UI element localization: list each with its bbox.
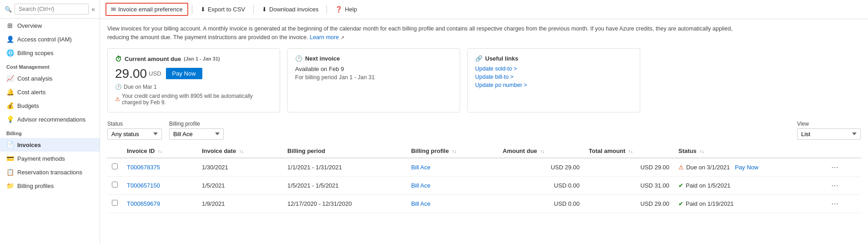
sort-total-amount-icon[interactable]: ↑↓ — [628, 149, 633, 154]
status-filter-group: Status Any statusDuePaidVoid — [107, 121, 162, 140]
col-actions — [824, 144, 861, 158]
useful-links-title: 🔗 Useful links — [475, 55, 632, 62]
view-filter-group: View ListTiles — [797, 121, 861, 140]
sidebar-item-cost-analysis[interactable]: 📈 Cost analysis — [0, 71, 100, 85]
sidebar-item-label: Payment methods — [17, 155, 65, 162]
col-total-amount: Total amount ↑↓ — [584, 144, 674, 158]
section-label-billing: Billing — [0, 126, 100, 138]
budget-icon: 💰 — [6, 102, 14, 109]
more-actions-button-0[interactable]: ⋯ — [828, 162, 841, 173]
invoice-id-link-2[interactable]: T000659679 — [127, 200, 160, 207]
export-csv-button[interactable]: ⬇ Export to CSV — [196, 4, 250, 15]
learn-more-link[interactable]: Learn more — [310, 34, 339, 41]
amount-currency: USD — [149, 70, 161, 77]
success-status-icon: ✔ — [678, 182, 683, 189]
help-icon: ❓ — [335, 6, 342, 13]
sidebar-item-invoices[interactable]: 📄 Invoices — [0, 138, 100, 152]
globe-icon: 🌐 — [6, 49, 14, 56]
person-icon: 👤 — [6, 36, 14, 43]
col-checkbox — [107, 144, 122, 158]
view-filter-label: View — [797, 121, 861, 127]
sort-amount-due-icon[interactable]: ↑↓ — [540, 149, 545, 154]
sidebar-item-label: Reservation transactions — [17, 169, 82, 176]
search-input[interactable] — [15, 4, 89, 15]
current-amount-title: ⏱ Current amount due (Jan 1 - Jan 31) — [115, 55, 272, 63]
billing-profiles-icon: 📁 — [6, 182, 14, 189]
update-sold-to-link[interactable]: Update sold-to > — [475, 66, 632, 72]
sidebar-item-overview[interactable]: ⊞ Overview — [0, 19, 100, 32]
sidebar-item-billing-scopes[interactable]: 🌐 Billing scopes — [0, 46, 100, 60]
invoice-id-link-0[interactable]: T000678375 — [127, 164, 160, 171]
sidebar-item-budgets[interactable]: 💰 Budgets — [0, 99, 100, 112]
total-amount-1: USD 31.00 — [584, 176, 674, 194]
col-status: Status ↑↓ — [674, 144, 824, 158]
search-icon: 🔍 — [5, 6, 12, 13]
row-checkbox-1[interactable] — [112, 182, 118, 188]
invoices-table: Invoice ID ↑↓ Invoice date ↑↓ Billing pe… — [107, 144, 861, 213]
row-checkbox-0[interactable] — [112, 163, 118, 169]
more-actions-button-2[interactable]: ⋯ — [828, 198, 841, 209]
email-icon: ✉ — [111, 6, 116, 13]
billing-profile-link-1[interactable]: Bill Ace — [411, 182, 431, 189]
due-info: 🕐 Due on Mar 1 — [115, 84, 272, 90]
billing-profile-filter-select[interactable]: Bill Ace — [169, 128, 224, 140]
sidebar-item-payment-methods[interactable]: 💳 Payment methods — [0, 152, 100, 165]
invoices-table-container: Invoice ID ↑↓ Invoice date ↑↓ Billing pe… — [107, 144, 861, 213]
export-icon: ⬇ — [201, 6, 206, 13]
table-row: T0006783751/30/20211/1/2021 - 1/31/2021B… — [107, 158, 861, 177]
toolbar-divider-3 — [326, 5, 327, 14]
next-invoice-period: For billing period Jan 1 - Jan 31 — [295, 74, 452, 81]
row-checkbox-2[interactable] — [112, 200, 118, 206]
sort-billing-profile-icon[interactable]: ↑↓ — [452, 149, 457, 154]
toolbar-divider-2 — [253, 5, 254, 14]
invoice-email-preference-button[interactable]: ✉ Invoice email preference — [105, 3, 188, 16]
bell-icon: 🔔 — [6, 88, 14, 96]
sidebar-item-advisor-recommendations[interactable]: 💡 Advisor recommendations — [0, 112, 100, 126]
sidebar-item-reservation-transactions[interactable]: 📋 Reservation transactions — [0, 165, 100, 179]
toolbar: ✉ Invoice email preference ⬇ Export to C… — [100, 0, 868, 19]
download-invoices-button[interactable]: ⬇ Download invoices — [257, 4, 323, 15]
status-cell-2: ✔Paid on 1/19/2021 — [674, 194, 824, 213]
sidebar-item-billing-profiles[interactable]: 📁 Billing profiles — [0, 179, 100, 193]
invoice-id-link-1[interactable]: T000657150 — [127, 182, 160, 189]
invoice-date-2: 1/9/2021 — [197, 194, 283, 213]
billing-profile-link-2[interactable]: Bill Ace — [411, 200, 431, 207]
status-text-2: Paid on 1/19/2021 — [686, 200, 734, 207]
overview-icon: ⊞ — [6, 22, 14, 29]
pay-now-link-0[interactable]: Pay Now — [735, 164, 758, 171]
external-link-icon: ↗ — [341, 35, 344, 40]
useful-links-card: 🔗 Useful links Update sold-to > Update b… — [467, 48, 640, 112]
sort-invoice-date-icon[interactable]: ↑↓ — [239, 149, 244, 154]
sidebar-item-label: Cost alerts — [17, 89, 45, 96]
sidebar-item-access-control[interactable]: 👤 Access control (IAM) — [0, 32, 100, 46]
next-invoice-available: Available on Feb 9 — [295, 66, 452, 72]
more-actions-button-1[interactable]: ⋯ — [828, 180, 841, 191]
update-po-number-link[interactable]: Update po number > — [475, 82, 632, 88]
sidebar-item-label: Billing scopes — [17, 50, 54, 56]
status-cell-0: ⚠Due on 3/1/2021Pay Now — [674, 158, 824, 177]
sidebar-item-cost-alerts[interactable]: 🔔 Cost alerts — [0, 85, 100, 99]
sort-status-icon[interactable]: ↑↓ — [699, 149, 704, 154]
filters-row: Status Any statusDuePaidVoid Billing pro… — [107, 121, 861, 140]
col-invoice-date: Invoice date ↑↓ — [197, 144, 283, 158]
view-filter-select[interactable]: ListTiles — [797, 128, 861, 140]
page-content: View invoices for your billing account. … — [100, 19, 868, 244]
status-cell-1: ✔Paid on 1/5/2021 — [674, 176, 824, 194]
collapse-sidebar-button[interactable]: « — [91, 5, 95, 13]
total-amount-0: USD 29.00 — [584, 158, 674, 177]
amount-value: 29.00 — [115, 66, 147, 81]
warning-text: ⚠ Your credit card ending with 8905 will… — [115, 93, 272, 106]
pay-now-button[interactable]: Pay Now — [166, 68, 202, 79]
warning-status-icon: ⚠ — [678, 164, 684, 171]
status-filter-select[interactable]: Any statusDuePaidVoid — [107, 128, 162, 140]
amount-due-0: USD 29.00 — [498, 158, 584, 177]
col-billing-profile: Billing profile ↑↓ — [406, 144, 498, 158]
help-button[interactable]: ❓ Help — [331, 4, 361, 15]
billing-profile-link-0[interactable]: Bill Ace — [411, 164, 431, 171]
update-bill-to-link[interactable]: Update bill-to > — [475, 74, 632, 80]
status-filter-label: Status — [107, 121, 162, 127]
section-label-cost-management: Cost Management — [0, 60, 100, 71]
sidebar-item-label: Cost analysis — [17, 75, 52, 82]
sort-invoice-id-icon[interactable]: ↑↓ — [158, 149, 162, 154]
download-icon: ⬇ — [262, 6, 267, 13]
